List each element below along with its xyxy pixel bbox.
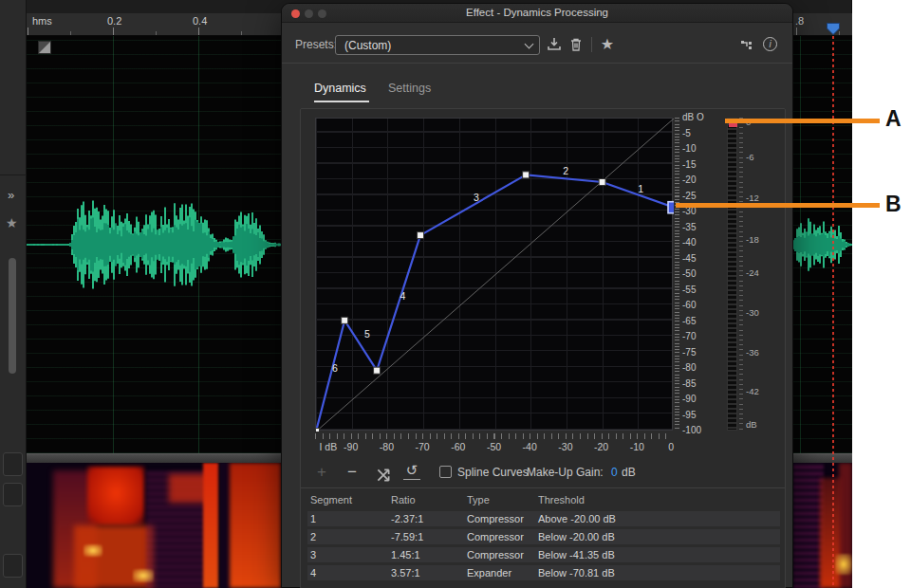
makeup-gain-unit: dB <box>622 466 636 479</box>
table-cell: -2.37:1 <box>391 512 423 525</box>
svg-text:2: 2 <box>563 165 568 176</box>
screenshot-canvas: » ★ hms0.20.4.8 <box>0 0 911 588</box>
column-header: Segment <box>310 494 352 505</box>
svg-text:3: 3 <box>474 192 479 203</box>
expand-panel-chevron-icon[interactable]: » <box>8 188 14 202</box>
spectrogram-energy <box>87 467 144 525</box>
input-axis-tick-label: I dB <box>320 441 338 452</box>
table-cell: 3 <box>310 548 316 561</box>
tab-settings[interactable]: Settings <box>388 82 431 95</box>
graph-toolbar: + − ↺ Spline Curves Make-Up Gain: 0 dB <box>301 462 785 485</box>
rail-button-2[interactable] <box>3 483 23 506</box>
table-cell: Above -20.00 dB <box>538 512 616 525</box>
meter-scale-label: -6 <box>746 152 753 162</box>
callout-label-b: B <box>885 192 902 217</box>
remove-point-button[interactable]: − <box>344 462 361 483</box>
table-row[interactable]: 2-7.59:1CompressorBelow -20.00 dB <box>307 529 780 544</box>
side-chain-icon[interactable] <box>739 36 756 53</box>
output-axis-tick-label: -25 <box>682 191 696 201</box>
table-cell: Below -41.35 dB <box>538 548 615 561</box>
makeup-gain-label: Make-Up Gain: <box>527 466 604 479</box>
output-axis-tick-label: -45 <box>682 253 696 264</box>
waveform-left <box>27 36 281 453</box>
table-cell: Expander <box>467 566 511 579</box>
timeline-time-label: .8 <box>795 15 804 27</box>
output-axis-tick-label: -75 <box>682 347 696 358</box>
segments-table: SegmentRatioTypeThreshold1-2.37:1Compres… <box>307 492 780 583</box>
table-cell: Compressor <box>467 530 524 543</box>
dialog-divider <box>282 63 792 64</box>
favorites-star-icon[interactable]: ★ <box>6 215 18 230</box>
output-axis-tick-label: -10 <box>682 143 696 154</box>
rail-button-3[interactable] <box>3 554 23 578</box>
callout-line-a <box>725 119 880 123</box>
dialog-titlebar[interactable]: Effect - Dynamics Processing <box>282 4 792 23</box>
dynamics-curve-graph[interactable]: 123456 <box>315 118 673 431</box>
table-cell: Compressor <box>467 548 524 561</box>
content-divider <box>301 487 785 488</box>
output-axis-labels: dB O-5-10-15-20-25-30-35-40-45-50-55-60-… <box>682 118 716 432</box>
input-axis-tick-label: -60 <box>451 441 465 452</box>
rail-divider <box>0 175 27 175</box>
table-cell: -7.59:1 <box>391 530 423 543</box>
input-axis-tick-label: -30 <box>558 441 572 452</box>
toolbar-separator <box>591 37 592 52</box>
output-axis-tick-label: -20 <box>682 175 696 185</box>
table-row[interactable]: 43.57:1ExpanderBelow -70.81 dB <box>307 565 780 580</box>
favorite-star-icon[interactable]: ★ <box>599 36 616 53</box>
meter-scale-label: -24 <box>746 267 759 278</box>
dynamics-processing-dialog: Effect - Dynamics Processing Presets: (C… <box>281 3 793 588</box>
invert-curve-icon[interactable] <box>375 465 392 486</box>
svg-text:4: 4 <box>400 290 406 302</box>
dialog-title: Effect - Dynamics Processing <box>282 7 792 18</box>
reset-curve-button[interactable]: ↺ <box>403 462 420 480</box>
svg-text:5: 5 <box>364 328 370 340</box>
output-axis-tick-label: -50 <box>682 268 696 279</box>
output-axis-tick-label: -60 <box>682 300 696 310</box>
output-axis-tick-label: -85 <box>682 378 696 389</box>
vertical-scrollbar[interactable] <box>9 258 16 374</box>
spectrogram-hotspot <box>835 554 852 575</box>
svg-text:6: 6 <box>332 362 338 374</box>
input-axis-tick-label: -20 <box>594 441 608 452</box>
spectrogram-energy <box>230 463 281 588</box>
chevron-down-icon <box>525 40 534 49</box>
output-axis-tick-label: -80 <box>682 362 696 373</box>
table-row[interactable]: 1-2.37:1CompressorAbove -20.00 dB <box>307 511 780 526</box>
output-axis-tick-label: -95 <box>682 410 696 420</box>
rail-button-1[interactable] <box>3 452 23 476</box>
table-cell: 3.57:1 <box>391 566 420 579</box>
save-preset-icon[interactable] <box>546 36 563 53</box>
output-axis-tick-label: -70 <box>682 331 696 341</box>
column-header: Ratio <box>391 494 416 505</box>
output-axis-tick-label: -55 <box>682 285 696 295</box>
meter-scale-label: -30 <box>746 307 759 318</box>
add-point-button[interactable]: + <box>313 462 330 483</box>
spectrogram-energy <box>203 463 218 588</box>
playhead-marker[interactable] <box>826 22 841 36</box>
timeline-time-label: 0.4 <box>193 15 207 27</box>
meter-scale-label: dB <box>746 419 757 430</box>
output-axis-tick-label: -35 <box>682 222 696 232</box>
input-axis-tick-label: -70 <box>416 441 430 452</box>
callout-line-b <box>676 203 880 208</box>
spectrogram-hotspot <box>84 544 102 557</box>
tab-dynamics[interactable]: Dynamics <box>314 82 366 95</box>
meter-scale-label: -42 <box>746 386 759 396</box>
input-axis-tick-label: -90 <box>344 441 358 452</box>
presets-selected-value: (Custom) <box>344 39 391 52</box>
meter-scale-labels: 0-6-12-18-24-30-36-42dB <box>746 118 776 432</box>
fade-handle[interactable] <box>38 41 51 54</box>
makeup-gain-value[interactable]: 0 <box>611 466 618 479</box>
output-axis-tick-label: -100 <box>682 425 701 435</box>
presets-dropdown[interactable]: (Custom) <box>335 35 540 55</box>
output-axis-tick-label: dB O <box>682 112 704 122</box>
info-icon[interactable]: i <box>763 37 777 51</box>
spline-curves-checkbox[interactable] <box>439 466 452 478</box>
input-axis-tick-label: -40 <box>523 441 537 452</box>
table-row[interactable]: 31.45:1CompressorBelow -41.35 dB <box>307 547 780 562</box>
left-toolbar-rail: » ★ <box>0 0 27 588</box>
table-cell: 2 <box>310 530 316 543</box>
meter-scale-label: -36 <box>746 347 759 358</box>
delete-preset-trash-icon[interactable] <box>567 36 585 53</box>
